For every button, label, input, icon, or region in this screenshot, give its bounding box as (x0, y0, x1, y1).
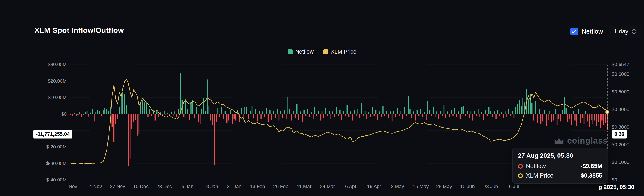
netflow-bar (551, 114, 552, 122)
netflow-bar (200, 114, 200, 124)
netflow-bar (488, 107, 489, 114)
netflow-bar (589, 114, 590, 127)
netflow-bar (476, 114, 477, 116)
netflow-bar (485, 110, 486, 114)
tooltip-row-label: Netflow (526, 163, 546, 170)
netflow-bar (600, 114, 600, 128)
netflow-bar (447, 111, 448, 114)
netflow-bar (300, 111, 301, 114)
tooltip-row-label: XLM Price (526, 172, 554, 179)
netflow-bar (549, 111, 550, 114)
netflow-bar (348, 114, 349, 117)
netflow-bar (481, 112, 482, 114)
netflow-bar (185, 99, 186, 114)
netflow-bar (122, 92, 123, 114)
netflow-bar (112, 114, 112, 127)
netflow-bar (472, 114, 473, 121)
netflow-bar (330, 114, 332, 119)
netflow-bar (546, 114, 547, 125)
netflow-bar (376, 110, 376, 114)
tooltip-row-value: -$9.85M (580, 163, 602, 170)
netflow-bar (454, 108, 455, 114)
netflow-bar (142, 100, 143, 114)
netflow-bar (602, 114, 602, 121)
netflow-bar (598, 114, 599, 122)
netflow-bar (474, 111, 475, 114)
netflow-bar (429, 110, 430, 114)
netflow-bar (605, 114, 606, 123)
netflow-bar (270, 110, 270, 114)
netflow-bar (463, 106, 464, 114)
netflow-bar (115, 114, 116, 124)
netflow-bar (393, 111, 394, 114)
netflow-bar (205, 111, 206, 114)
netflow-bar (135, 114, 136, 120)
netflow-bar (420, 109, 421, 114)
netflow-bar (302, 114, 302, 122)
netflow-bar (241, 108, 242, 114)
netflow-bar (433, 106, 434, 114)
netflow-bar (555, 109, 556, 114)
netflow-bar (573, 111, 574, 114)
tooltip-title: 27 Aug 2025, 05:30 (518, 152, 602, 159)
netflow-bar (250, 111, 251, 114)
netflow-bar (138, 114, 140, 134)
netflow-bar (548, 114, 548, 120)
netflow-bar (201, 109, 202, 114)
netflow-bar (246, 106, 247, 114)
netflow-bar (431, 114, 432, 116)
netflow-bar (280, 111, 281, 114)
netflow-bar (487, 114, 488, 116)
netflow-bar (311, 112, 312, 114)
netflow-bar (266, 108, 267, 114)
netflow-bar (368, 112, 369, 114)
netflow-bar (146, 103, 146, 114)
netflow-bar (584, 114, 584, 124)
netflow-bar (293, 111, 294, 114)
netflow-bar (530, 94, 530, 114)
netflow-bar (94, 114, 94, 121)
netflow-bar (596, 114, 597, 126)
netflow-bar (189, 114, 190, 120)
netflow-bar (566, 108, 566, 114)
netflow-bar (462, 107, 462, 114)
netflow-bar (540, 114, 541, 124)
netflow-bar (402, 114, 403, 119)
netflow-bar (226, 114, 227, 123)
netflow-bar (320, 114, 321, 121)
netflow-bar (284, 110, 285, 114)
netflow-bar (594, 114, 595, 121)
netflow-bar (207, 79, 208, 114)
netflow-bar (535, 101, 536, 114)
netflow-bar (445, 114, 446, 118)
netflow-bar (560, 114, 561, 121)
netflow-bar (377, 114, 378, 120)
netflow-bar (580, 114, 581, 123)
netflow-bar (347, 105, 348, 114)
netflow-bar (451, 110, 452, 114)
netflow-bar (131, 114, 132, 129)
netflow-bar (149, 109, 150, 114)
netflow-bar (465, 114, 466, 116)
netflow-bar (325, 108, 326, 114)
chart-tooltip: 27 Aug 2025, 05:30 Netflow -$9.85M XLM P… (512, 148, 608, 184)
netflow-bar (81, 114, 82, 117)
netflow-bar (558, 114, 559, 119)
netflow-bar (370, 114, 371, 117)
netflow-bar (277, 109, 278, 114)
netflow-bar (498, 110, 498, 114)
coinglass-watermark-text: coinglass (567, 136, 608, 146)
netflow-bar (382, 106, 383, 114)
netflow-bar (458, 111, 459, 114)
netflow-bar (585, 111, 586, 114)
netflow-bar (203, 98, 204, 114)
netflow-bar (242, 114, 244, 117)
netflow-bar (440, 111, 441, 114)
netflow-bar (212, 114, 213, 125)
netflow-bar (172, 114, 174, 116)
netflow-bar (571, 114, 572, 125)
crosshair-netflow-badge: -11,771,255.04 (33, 130, 72, 138)
netflow-bar (388, 114, 389, 118)
netflow-bar (539, 109, 540, 114)
netflow-bar (562, 110, 563, 114)
